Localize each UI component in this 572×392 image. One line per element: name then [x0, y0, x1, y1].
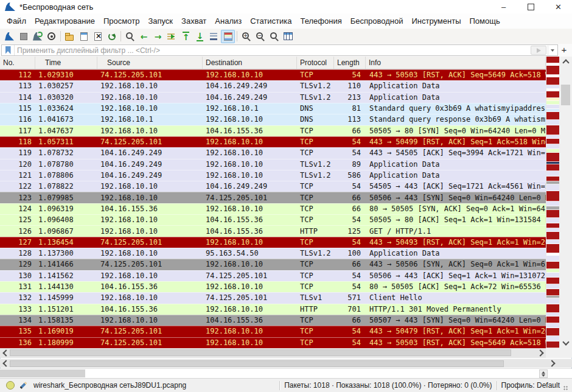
menu-item[interactable]: Беспроводной: [346, 15, 408, 27]
scroll-right-button[interactable]: [536, 348, 546, 358]
packet-row[interactable]: 1241.096319104.16.155.36192.168.10.10TCP…: [0, 203, 546, 214]
column-header-source[interactable]: Source: [97, 57, 203, 69]
pane-spinner[interactable]: [539, 369, 548, 378]
capture-options-button[interactable]: [44, 30, 58, 43]
zoom-100-button[interactable]: [267, 30, 281, 43]
save-file-button[interactable]: [77, 30, 91, 43]
packet-row[interactable]: 1161.041673192.168.10.1192.168.10.10DNS1…: [0, 114, 546, 125]
find-packet-button[interactable]: [123, 30, 137, 43]
packet-row[interactable]: 1361.18099974.125.205.101192.168.10.10TC…: [0, 337, 546, 348]
menu-item[interactable]: Редактирование: [30, 15, 99, 27]
packet-row[interactable]: 1221.078822192.168.10.10104.16.249.249TC…: [0, 181, 546, 192]
packet-row[interactable]: 1171.047637192.168.10.10104.16.155.36TCP…: [0, 125, 546, 136]
first-packet-button[interactable]: ↑: [179, 30, 193, 43]
secondary-hscrollbar[interactable]: [0, 359, 572, 368]
auto-scroll-button[interactable]: [207, 30, 221, 43]
expert-info-button[interactable]: [6, 381, 15, 390]
menu-item[interactable]: Помощь: [466, 15, 504, 27]
packet-row[interactable]: 1231.079985192.168.10.1074.125.205.101TC…: [0, 192, 546, 203]
profile-selector[interactable]: Профиль: Default: [501, 381, 560, 390]
packet-row[interactable]: 1341.158135192.168.10.10104.16.155.36TCP…: [0, 315, 546, 326]
cell-info: HTTP/1.1 301 Moved Permanently: [366, 305, 546, 313]
last-packet-button[interactable]: ↓: [193, 30, 207, 43]
filter-apply-button[interactable]: [531, 46, 546, 55]
vertical-scrollbar-thumb[interactable]: [561, 85, 570, 105]
filter-add-button[interactable]: +: [559, 44, 569, 55]
packet-row[interactable]: 1211.078806104.16.249.249192.168.10.10TL…: [0, 170, 546, 181]
minimize-button[interactable]: –: [490, 0, 517, 13]
column-header-info[interactable]: Info: [366, 57, 546, 69]
cell-info: Application Data: [366, 93, 546, 102]
stop-capture-button[interactable]: [16, 30, 30, 43]
packet-row[interactable]: 1261.096867192.168.10.10104.16.155.36HTT…: [0, 225, 546, 236]
packet-row[interactable]: 1311.144130104.16.155.36192.168.10.10TCP…: [0, 281, 546, 292]
column-header-length[interactable]: Length: [334, 57, 366, 69]
packet-row[interactable]: 1251.096408192.168.10.10104.16.155.36TCP…: [0, 214, 546, 225]
menu-item[interactable]: Просмотр: [99, 15, 144, 27]
column-header-time[interactable]: Time: [35, 57, 97, 69]
hscrollbar-thumb[interactable]: [10, 360, 504, 367]
packet-row[interactable]: 1301.141562192.168.10.1074.125.205.101TC…: [0, 270, 546, 281]
packet-row[interactable]: 1271.13645474.125.205.101192.168.10.10TC…: [0, 237, 546, 248]
zoom-out-button[interactable]: [253, 30, 267, 43]
cell-info: 80 → 50505 [ACK] Seq=1 Ack=72 Win=65536 …: [366, 282, 546, 291]
menu-item[interactable]: Файл: [2, 15, 30, 27]
capture-comment-icon[interactable]: [19, 382, 27, 389]
packet-row[interactable]: 1201.078780104.16.249.249192.168.10.10TL…: [0, 159, 546, 170]
restart-capture-button[interactable]: [30, 30, 44, 43]
scroll-up-button[interactable]: [559, 57, 572, 67]
menu-item[interactable]: Телефония: [296, 15, 346, 27]
resize-columns-button[interactable]: [281, 30, 295, 43]
previous-packet-button[interactable]: ←: [137, 30, 151, 43]
minimap-stripe: [546, 120, 559, 125]
intelligent-scrollbar-minimap[interactable]: [546, 57, 559, 348]
cell-proto: TCP: [297, 149, 334, 157]
column-header-destination[interactable]: Destination: [203, 57, 297, 69]
packet-row[interactable]: 1121.02931074.125.205.101192.168.10.10TC…: [0, 69, 546, 80]
column-header-no[interactable]: No.: [0, 57, 35, 69]
menu-item[interactable]: Анализ: [211, 15, 246, 27]
packet-row[interactable]: 1131.030257192.168.10.10104.16.249.249TL…: [0, 80, 546, 91]
filter-dropdown-button[interactable]: [548, 46, 557, 55]
cell-src: 104.16.249.249: [97, 160, 203, 169]
close-file-button[interactable]: [91, 30, 105, 43]
reload-file-button[interactable]: [105, 30, 119, 43]
maximize-button[interactable]: [517, 0, 545, 13]
menu-item[interactable]: Статистика: [246, 15, 296, 27]
cell-len: 54: [334, 71, 366, 79]
menu-item[interactable]: Инструменты: [407, 15, 465, 27]
filter-bookmark-button[interactable]: [2, 45, 15, 55]
colorize-button[interactable]: [221, 30, 235, 43]
display-filter-input[interactable]: [15, 46, 531, 55]
scroll-down-button[interactable]: [559, 338, 572, 348]
packet-row[interactable]: 1351.16901974.125.205.101192.168.10.10TC…: [0, 326, 546, 337]
resize-grip-icon[interactable]: [563, 386, 568, 391]
zoom-in-button[interactable]: [239, 30, 253, 43]
close-button[interactable]: ✕: [545, 0, 572, 13]
menu-item[interactable]: Захват: [177, 15, 211, 27]
go-to-packet-button[interactable]: [165, 30, 179, 43]
scroll-left-button[interactable]: [0, 348, 10, 358]
hscrollbar-thumb[interactable]: [10, 349, 511, 356]
minimap-stripe: [546, 112, 559, 120]
packet-row[interactable]: 1151.033624192.168.10.10192.168.10.1DNS8…: [0, 103, 546, 114]
packet-row[interactable]: 1331.151201104.16.155.36192.168.10.10HTT…: [0, 304, 546, 315]
packet-row[interactable]: 1191.078732104.16.249.249192.168.10.10TC…: [0, 147, 546, 158]
packet-row[interactable]: 1321.145999192.168.10.1074.125.205.101TL…: [0, 292, 546, 303]
vertical-scrollbar[interactable]: [559, 57, 572, 348]
cell-no: 121: [0, 171, 35, 180]
scroll-left-button[interactable]: [0, 359, 10, 368]
open-file-button[interactable]: [63, 30, 77, 43]
packet-row[interactable]: 1281.137300192.168.10.1095.163.54.50TLSv…: [0, 248, 546, 259]
next-packet-button[interactable]: →: [151, 30, 165, 43]
menu-item[interactable]: Запуск: [144, 15, 177, 27]
start-capture-button[interactable]: [2, 30, 16, 43]
packet-row[interactable]: 1141.030320192.168.10.10104.16.249.249TL…: [0, 92, 546, 103]
packet-row[interactable]: 1181.05731174.125.205.101192.168.10.10TC…: [0, 136, 546, 147]
column-header-protocol[interactable]: Protocol: [297, 57, 334, 69]
wireshark-window: *Беспроводная сеть – ✕ ФайлРедактировани…: [0, 0, 572, 392]
minimap-stripe: [546, 144, 559, 149]
packet-list-hscrollbar[interactable]: [0, 348, 546, 358]
packet-row[interactable]: 1291.14146674.125.205.101192.168.10.10TC…: [0, 259, 546, 270]
scroll-right-button[interactable]: [548, 359, 557, 368]
